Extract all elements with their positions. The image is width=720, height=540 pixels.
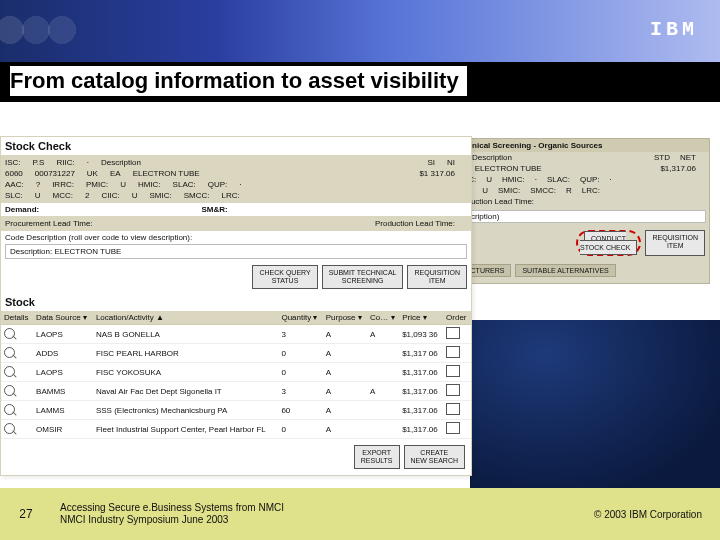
label: SM&R: <box>201 205 227 214</box>
page-number: 27 <box>0 507 52 521</box>
conduct-stock-check-button[interactable]: CONDUCTSTOCK CHECK <box>580 231 637 255</box>
stock-title: Stock <box>1 293 471 311</box>
table-row: LAOPSFISC YOKOSUKA0A$1,317.06 <box>1 363 471 382</box>
export-results-button[interactable]: EXPORTRESULTS <box>354 445 400 469</box>
cell-source: OMSIR <box>33 420 93 439</box>
cell-location: FISC PEARL HARBOR <box>93 344 279 363</box>
label: SMIC: <box>498 186 520 195</box>
order-icon[interactable] <box>446 403 460 415</box>
cell-code: A <box>367 382 399 401</box>
cell-source: BAMMS <box>33 382 93 401</box>
cell-location: Naval Air Fac Det Dept Sigonella IT <box>93 382 279 401</box>
label: HMIC: <box>502 175 525 184</box>
label: AAC: <box>5 180 24 189</box>
value: U <box>482 186 488 195</box>
cell-source: LAOPS <box>33 363 93 382</box>
label: ISC: <box>5 158 21 167</box>
magnifier-icon[interactable] <box>4 385 15 396</box>
order-icon[interactable] <box>446 422 460 434</box>
requisition-item-button-2[interactable]: REQUISITIONITEM <box>407 265 467 289</box>
tech-screening-title: Technical Screening - Organic Sources <box>451 139 709 152</box>
magnifier-icon[interactable] <box>4 328 15 339</box>
cell-price: $1,317 06 <box>399 344 443 363</box>
table-row: BAMMSNaval Air Fac Det Dept Sigonella IT… <box>1 382 471 401</box>
table-row: LAMMSSSS (Electronics) Mechanicsburg PA6… <box>1 401 471 420</box>
value: P.S <box>33 158 45 167</box>
create-new-search-button[interactable]: CREATENEW SEARCH <box>404 445 465 469</box>
value: ELECTRON TUBE <box>475 164 651 173</box>
label: CIIC: <box>101 191 119 200</box>
requisition-item-button[interactable]: REQUISITIONITEM <box>645 230 705 256</box>
code-desc-label: Code Description (roll over code to view… <box>5 233 467 242</box>
value: · <box>610 175 612 184</box>
label: NET <box>680 153 696 162</box>
col-qty[interactable]: Quantity ▾ <box>278 311 322 325</box>
label: SLAC: <box>547 175 570 184</box>
stock-table: Details Data Source ▾ Location/Activity … <box>1 311 471 439</box>
footer-copyright: © 2003 IBM Corporation <box>594 509 720 520</box>
label: SLC: <box>5 191 23 200</box>
page-title: From catalog information to asset visibi… <box>10 66 467 96</box>
label: LRC: <box>222 191 240 200</box>
cell-code: A <box>367 325 399 344</box>
label: QUP: <box>208 180 228 189</box>
cell-location: Fleet Industrial Support Center, Pearl H… <box>93 420 279 439</box>
value: · <box>535 175 537 184</box>
magnifier-icon[interactable] <box>4 366 15 377</box>
cell-price: $1,317.06 <box>399 420 443 439</box>
back-desc-hint: description) <box>454 210 706 223</box>
col-location[interactable]: Location/Activity ▲ <box>93 311 279 325</box>
col-source[interactable]: Data Source ▾ <box>33 311 93 325</box>
cell-code <box>367 420 399 439</box>
col-details[interactable]: Details <box>1 311 33 325</box>
value: · <box>239 180 241 189</box>
label: SMIC: <box>150 191 172 200</box>
table-header-row: Details Data Source ▾ Location/Activity … <box>1 311 471 325</box>
table-row: OMSIRFleet Industrial Support Center, Pe… <box>1 420 471 439</box>
order-icon[interactable] <box>446 327 460 339</box>
magnifier-icon[interactable] <box>4 423 15 434</box>
check-query-status-button[interactable]: CHECK QUERYSTATUS <box>252 265 317 289</box>
magnifier-icon[interactable] <box>4 404 15 415</box>
background-fill <box>470 320 720 488</box>
slide-root: IBM From catalog information to asset vi… <box>0 0 720 540</box>
value: $1 317.06 <box>419 169 455 178</box>
label: Demand: <box>5 205 39 214</box>
cell-price: $1,317.06 <box>399 401 443 420</box>
label: SMCC: <box>184 191 210 200</box>
label: IRRC: <box>52 180 74 189</box>
value: UK <box>87 169 98 178</box>
col-price[interactable]: Price ▾ <box>399 311 443 325</box>
footer: 27 Accessing Secure e.Business Systems f… <box>0 488 720 540</box>
cell-code <box>367 401 399 420</box>
magnifier-icon[interactable] <box>4 347 15 358</box>
value: U <box>35 191 41 200</box>
cell-qty: 0 <box>278 344 322 363</box>
stock-check-panel: Stock Check ISC:P.S RIIC:· Description S… <box>0 136 472 476</box>
value: 2 <box>85 191 89 200</box>
cell-location: FISC YOKOSUKA <box>93 363 279 382</box>
label: SLAC: <box>173 180 196 189</box>
label: Procurement Lead Time: <box>5 219 363 228</box>
col-order[interactable]: Order <box>443 311 471 325</box>
submit-technical-screening-button[interactable]: SUBMIT TECHNICALSCREENING <box>322 265 404 289</box>
label: Description <box>101 158 416 167</box>
label: Description <box>472 153 644 162</box>
order-icon[interactable] <box>446 384 460 396</box>
value: U <box>486 175 492 184</box>
cell-price: $1,093 36 <box>399 325 443 344</box>
order-icon[interactable] <box>446 365 460 377</box>
order-icon[interactable] <box>446 346 460 358</box>
tab-suitable-alternatives[interactable]: SUITABLE ALTERNATIVES <box>515 264 615 277</box>
value: $1,317.06 <box>660 164 696 173</box>
col-purpose[interactable]: Purpose ▾ <box>323 311 367 325</box>
cell-price: $1,317.06 <box>399 363 443 382</box>
cell-code <box>367 363 399 382</box>
col-code[interactable]: Co… ▾ <box>367 311 399 325</box>
value: · <box>87 158 89 167</box>
cell-qty: 60 <box>278 401 322 420</box>
cell-purpose: A <box>323 325 367 344</box>
cell-source: LAOPS <box>33 325 93 344</box>
label: HMIC: <box>138 180 161 189</box>
footer-center: Accessing Secure e.Business Systems from… <box>52 502 594 526</box>
